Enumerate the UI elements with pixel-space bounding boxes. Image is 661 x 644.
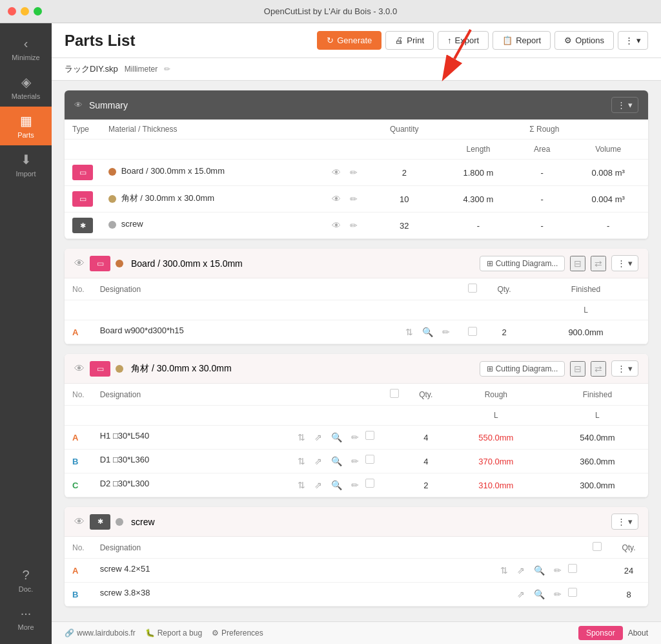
row-checkbox-kak-1[interactable] [365, 431, 374, 440]
select-all-checkbox-screw[interactable] [593, 542, 602, 551]
link-icon-k2[interactable]: ⇗ [312, 455, 325, 468]
sidebar-item-parts[interactable]: ▦ Parts [0, 107, 52, 145]
sidebar-item-import[interactable]: ⬇ Import [0, 145, 52, 184]
search-icon-k2[interactable]: 🔍 [329, 455, 345, 468]
link-icon-s1[interactable]: ⇗ [514, 564, 527, 577]
board-material-label: 👁 ▭ Board / 300.0mm x 15.0mm [74, 256, 243, 271]
screw-table: No. Designation Qty. A screw 4.2×51 [65, 537, 648, 607]
eye-row-icon-3[interactable]: 👁 [329, 219, 343, 232]
row-type-3: ✱ [65, 213, 101, 239]
edit-icon-s1[interactable]: ✏ [551, 564, 564, 577]
edit-row-icon-1[interactable]: ✏ [347, 166, 360, 179]
row-checkbox-screw-2[interactable] [568, 588, 577, 597]
sponsor-button[interactable]: Sponsor [578, 626, 623, 640]
report-bug-link[interactable]: 🐛 Report a bug [145, 628, 202, 638]
share-icon-kakuzai[interactable]: ⇄ [591, 361, 606, 377]
sidebar-item-materials[interactable]: ◈ Materials [0, 68, 52, 107]
row-checkbox-kak-3[interactable] [365, 479, 374, 488]
summary-more-button[interactable]: ⋮ ▾ [611, 97, 638, 113]
kakuzai-more-button[interactable]: ⋮ ▾ [611, 360, 638, 377]
col-area-header: Area [516, 140, 568, 160]
color-dot-1 [108, 168, 116, 176]
eye-row-icon-1[interactable]: 👁 [329, 166, 343, 179]
table-view-icon-board[interactable]: ⊟ [570, 256, 585, 271]
refresh-icon: ↻ [327, 36, 334, 45]
arrange-icon-s1[interactable]: ⇅ [498, 564, 511, 577]
report-button[interactable]: 📋 Report [493, 31, 551, 50]
select-all-checkbox-kakuzai[interactable] [390, 389, 399, 398]
search-icon-s1[interactable]: 🔍 [531, 564, 547, 577]
col-type-header: Type [65, 119, 101, 140]
link-icon-s2[interactable]: ⇗ [514, 588, 527, 601]
board-header-row-1: No. Designation Qty. Finished [65, 278, 648, 300]
sidebar-item-more[interactable]: ··· More [17, 599, 34, 638]
arrange-icon-k3[interactable]: ⇅ [295, 479, 308, 492]
edit-row-icon-3[interactable]: ✏ [347, 219, 360, 232]
edit-icon-k2[interactable]: ✏ [349, 455, 361, 468]
minimize-button[interactable] [21, 7, 29, 16]
edit-icon-k3[interactable]: ✏ [349, 479, 361, 492]
kak-row-rough-1: 550.0mm [445, 426, 547, 450]
arrange-icon-k1[interactable]: ⇅ [295, 431, 308, 444]
col-quantity-header: Quantity [368, 119, 441, 140]
search-icon-k3[interactable]: 🔍 [329, 479, 345, 492]
website-link[interactable]: 🔗 www.lairdubois.fr [65, 628, 136, 638]
about-link[interactable]: About [628, 628, 648, 638]
table-row: A H1 □30*L540 ⇅ ⇗ 🔍 ✏ [65, 426, 648, 450]
sidebar-item-minimize[interactable]: ‹ Minimize [0, 30, 52, 68]
maximize-button[interactable] [34, 7, 42, 16]
summary-section: 👁 Summary ⋮ ▾ Type Material / Thickness … [65, 90, 648, 239]
search-icon-1[interactable]: 🔍 [420, 326, 436, 338]
screw-header-row: No. Designation Qty. [65, 537, 648, 559]
link-icon-k1[interactable]: ⇗ [312, 431, 325, 444]
kakuzai-col-finished-header: Finished [547, 384, 648, 406]
vis-hide-icon-kakuzai[interactable]: 👁 [74, 363, 85, 375]
close-button[interactable] [8, 7, 16, 16]
arrange-icon-k2[interactable]: ⇅ [295, 455, 308, 468]
vis-hide-icon-screw[interactable]: 👁 [74, 516, 85, 528]
cutting-diagram-button-board[interactable]: ⊞ Cutting Diagram... [480, 256, 565, 271]
arrange-icon-1[interactable]: ⇅ [403, 326, 416, 338]
board-more-button[interactable]: ⋮ ▾ [611, 255, 638, 271]
row-volume-3: - [568, 213, 648, 239]
generate-label: Generate [337, 36, 372, 45]
cutting-diagram-button-kakuzai[interactable]: ⊞ Cutting Diagram... [480, 361, 565, 377]
screw-more-button[interactable]: ⋮ ▾ [611, 514, 638, 530]
more-button[interactable]: ⋮ ▾ [618, 31, 648, 50]
screw-color-dot [116, 518, 123, 526]
options-button[interactable]: ⚙ Options [554, 31, 614, 50]
search-icon-k1[interactable]: 🔍 [329, 431, 345, 444]
table-view-icon-kakuzai[interactable]: ⊟ [570, 361, 585, 377]
board-row-designation-1: Board w900*d300*h15 ⇅ 🔍 ✏ [92, 320, 460, 344]
report-label: Report [516, 36, 541, 45]
row-checkbox-board-1[interactable] [468, 327, 477, 336]
kakuzai-col-qty: Qty. [407, 384, 445, 406]
select-all-checkbox-board[interactable] [468, 284, 477, 293]
row-length-3: - [441, 213, 516, 239]
link-icon-k3[interactable]: ⇗ [312, 479, 325, 492]
sidebar-item-doc[interactable]: ? Doc. [17, 561, 34, 599]
export-button[interactable]: ↑ Export [438, 31, 489, 50]
kakuzai-header-row-2: L L [65, 406, 648, 426]
generate-button[interactable]: ↻ Generate [317, 31, 381, 50]
share-icon-board[interactable]: ⇄ [591, 256, 606, 271]
material-label-3: screw [121, 219, 143, 229]
edit-icon-1[interactable]: ✏ [440, 326, 453, 338]
vis-hide-icon-board[interactable]: 👁 [74, 258, 85, 269]
search-icon-s2[interactable]: 🔍 [531, 588, 547, 601]
edit-icon[interactable]: ✏ [164, 65, 170, 74]
edit-row-icon-2[interactable]: ✏ [347, 192, 360, 205]
row-qty-3: 32 [368, 213, 441, 239]
eye-icon[interactable]: 👁 [74, 100, 83, 110]
edit-icon-k1[interactable]: ✏ [349, 431, 361, 444]
row-checkbox-kak-2[interactable] [365, 455, 374, 464]
color-dot-3 [108, 221, 116, 229]
print-button[interactable]: 🖨 Print [385, 31, 434, 50]
print-icon: 🖨 [395, 36, 403, 45]
edit-icon-s2[interactable]: ✏ [551, 588, 564, 601]
eye-row-icon-2[interactable]: 👁 [329, 192, 343, 205]
row-checkbox-screw-1[interactable] [568, 564, 577, 573]
row-area-3: - [516, 213, 568, 239]
kak-row-finished-1: 540.0mm [547, 426, 648, 450]
preferences-link[interactable]: ⚙ Preferences [212, 628, 263, 638]
